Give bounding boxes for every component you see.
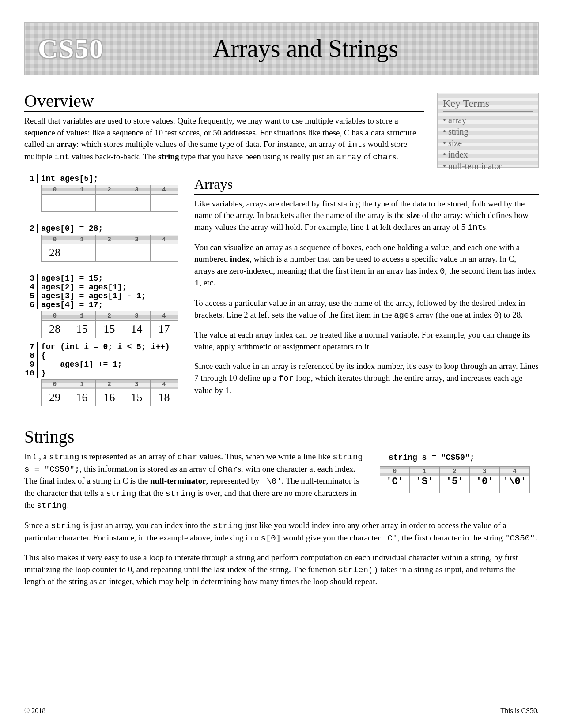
- key-term: • size: [443, 137, 533, 149]
- key-term: • array: [443, 114, 533, 126]
- key-term: • index: [443, 149, 533, 160]
- page-title: Arrays and Strings: [130, 34, 525, 63]
- key-terms-box: Key Terms • array • string • size • inde…: [437, 93, 539, 168]
- copyright: © 2018: [24, 707, 45, 715]
- string-figure: string s = "CS50"; 0'C' 1'S' 2'5' 3'0' 4…: [380, 453, 539, 520]
- strings-text-full: Since a string is just an array, you can…: [24, 520, 539, 588]
- key-term: • string: [443, 126, 533, 137]
- code-column: 1int ages[5]; 0 1 2 3 4 2ages[0] = 28; 0…: [24, 174, 183, 411]
- arrays-text: Arrays Like variables, arrays are declar…: [194, 174, 539, 411]
- banner: CS50 Arrays and Strings: [24, 22, 539, 75]
- strings-text: In C, a string is represented as an arra…: [24, 451, 367, 520]
- array-diagram-1: 0 1 2 3 4: [41, 185, 183, 212]
- overview-text: Recall that variables are used to store …: [24, 115, 424, 163]
- array-diagram-3: 028 115 215 314 417: [41, 311, 183, 338]
- footer: © 2018 This is CS50.: [24, 704, 539, 715]
- logo: CS50: [38, 33, 104, 64]
- arrays-heading: Arrays: [194, 174, 539, 195]
- array-diagram-2: 028 1 2 3 4: [41, 235, 183, 262]
- footer-right: This is CS50.: [500, 707, 539, 715]
- overview-heading: Overview: [24, 90, 424, 112]
- strings-heading: Strings: [24, 426, 302, 447]
- key-term: • null-terminator: [443, 160, 533, 172]
- key-terms-title: Key Terms: [443, 97, 533, 112]
- array-diagram-4: 029 116 216 315 418: [41, 379, 183, 406]
